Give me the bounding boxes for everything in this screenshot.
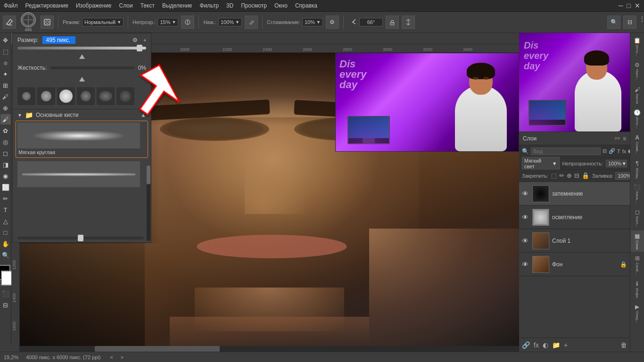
- brush-scrollbar[interactable]: [147, 165, 150, 241]
- tab-layers[interactable]: ▦ Слои: [631, 230, 644, 252]
- tool-dodge[interactable]: ⬜: [0, 182, 11, 192]
- blend-mode-dropdown[interactable]: Мягкий свет ▼: [522, 157, 560, 170]
- hardness-slider[interactable]: [50, 66, 134, 69]
- tool-shape[interactable]: □: [0, 227, 11, 238]
- menu-layers[interactable]: Слои: [119, 2, 133, 9]
- menu-filter[interactable]: Фильтр: [200, 2, 219, 9]
- footer-group-icon[interactable]: 📁: [552, 341, 560, 349]
- tool-magic-wand[interactable]: ✦: [0, 69, 11, 79]
- brush-preset-3[interactable]: [57, 87, 75, 105]
- tool-clone[interactable]: ✿: [0, 125, 11, 136]
- menu-view[interactable]: Просмотр: [241, 2, 267, 9]
- opacity-field[interactable]: 100% ▼: [606, 160, 627, 167]
- layers-fx-icon[interactable]: fx: [622, 148, 627, 154]
- tool-brush[interactable]: 🖌: [0, 114, 11, 124]
- brush-size-slider[interactable]: [17, 47, 146, 49]
- fill-field[interactable]: 100% ▼: [615, 172, 630, 180]
- zoom-level[interactable]: 19,2%: [4, 354, 18, 360]
- smoothing-settings-button[interactable]: ⚙: [326, 16, 339, 29]
- brush-bottom-thumb[interactable]: [78, 235, 83, 241]
- menu-image[interactable]: Изображение: [76, 2, 112, 9]
- angle-value[interactable]: 66°: [359, 18, 383, 26]
- close-button[interactable]: ✕: [635, 2, 640, 9]
- brush-bottom-slider[interactable]: [17, 237, 144, 239]
- tab-properties[interactable]: ⊞ Свой...: [631, 253, 644, 277]
- tab-history2[interactable]: 🕐 Исто...: [631, 107, 644, 131]
- smoothing-dropdown[interactable]: 10% ▼: [302, 18, 323, 26]
- tool-pen[interactable]: ✏: [0, 193, 11, 204]
- tab-adjustments[interactable]: ⚙ Наст...: [631, 59, 644, 83]
- reference-image[interactable]: Diseveryday: [335, 53, 519, 152]
- tool-eraser[interactable]: ◻: [0, 148, 11, 158]
- tab-paths[interactable]: ◻ Конт...: [631, 206, 644, 230]
- tool-eyedropper[interactable]: 🖋: [0, 91, 11, 102]
- layers-menu-icon[interactable]: ≡: [623, 135, 626, 142]
- layer-1-visibility[interactable]: 👁: [522, 190, 529, 197]
- tab-brushes[interactable]: 🖌 Кисти: [631, 84, 644, 106]
- layer-2-visibility[interactable]: 👁: [522, 214, 529, 221]
- brush-options-button[interactable]: [41, 16, 54, 29]
- menu-3d[interactable]: 3D: [226, 2, 233, 9]
- canvas-hscrollbar[interactable]: [20, 346, 519, 352]
- mode-dropdown[interactable]: Нормальный ▼: [82, 18, 124, 26]
- tool-lasso[interactable]: ⌾: [0, 58, 11, 68]
- tab-paragraph[interactable]: ¶ Абзац: [631, 158, 644, 181]
- brush-size-value[interactable]: 495 пикс.: [42, 36, 75, 44]
- brush-preset-2[interactable]: [37, 87, 55, 105]
- tool-select-rect[interactable]: ⬚: [0, 46, 11, 57]
- tool-healing[interactable]: ⊕: [0, 103, 11, 113]
- layer-3-visibility[interactable]: 👁: [522, 237, 529, 245]
- tool-hand[interactable]: ✋: [0, 239, 11, 249]
- menu-text[interactable]: Текст: [140, 2, 155, 9]
- lock-frame-icon[interactable]: ⊟: [574, 172, 579, 179]
- footer-link-icon[interactable]: 🔗: [522, 341, 530, 349]
- footer-fx-icon[interactable]: fx: [534, 341, 539, 349]
- layers-filter-icon[interactable]: ⊟: [603, 148, 607, 154]
- brush-item-2[interactable]: [16, 159, 148, 189]
- tool-gradient[interactable]: ◨: [0, 159, 11, 170]
- layer-item-1[interactable]: 👁 затемнение: [519, 182, 630, 206]
- tab-history[interactable]: 📋 Исто...: [631, 35, 644, 58]
- lock-all-icon[interactable]: 🔒: [582, 172, 589, 179]
- menu-file[interactable]: Файл: [4, 2, 18, 9]
- tool-crop[interactable]: ⊞: [0, 80, 11, 90]
- tool-mask[interactable]: ⬛: [0, 288, 11, 299]
- menu-window[interactable]: Окно: [274, 2, 288, 9]
- status-arrow-r[interactable]: >: [121, 354, 124, 360]
- tool-history-brush[interactable]: ◎: [0, 137, 11, 147]
- layers-link-icon[interactable]: 🔗: [609, 148, 615, 154]
- tool-blur[interactable]: ◉: [0, 171, 11, 181]
- search-button[interactable]: 🔍: [607, 16, 620, 29]
- tool-zoom[interactable]: 🔍: [0, 250, 11, 260]
- tool-move[interactable]: ✥: [0, 35, 11, 45]
- brush-size-thumb[interactable]: [137, 45, 142, 51]
- maximize-button[interactable]: □: [627, 2, 631, 9]
- tool-options-button[interactable]: [3, 16, 16, 29]
- hscrollbar-thumb[interactable]: [95, 346, 220, 352]
- lock-position-icon[interactable]: ✏: [559, 172, 564, 179]
- tab-info[interactable]: ℹ Инфо: [631, 278, 644, 300]
- brush-settings-gear[interactable]: ⚙: [132, 37, 138, 43]
- menu-select[interactable]: Выделение: [162, 2, 192, 9]
- footer-mask-icon[interactable]: ◐: [543, 341, 548, 349]
- brush-list-scroll-up[interactable]: ▲: [140, 112, 146, 118]
- brush-preset-6[interactable]: [116, 87, 134, 105]
- layers-expand-icon[interactable]: >>: [614, 136, 620, 141]
- brush-size-indicator[interactable]: [21, 12, 36, 27]
- layers-text-icon[interactable]: T: [617, 148, 620, 154]
- pressure-dropdown[interactable]: 100% ▼: [218, 18, 242, 26]
- opacity-dropdown[interactable]: 15% ▼: [157, 18, 178, 26]
- section-arrow[interactable]: ▼: [17, 113, 22, 118]
- tab-actions[interactable]: ▶ Опер...: [631, 301, 644, 326]
- layer-item-3[interactable]: 👁 Слой 1: [519, 229, 630, 253]
- panel-resize-handle[interactable]: ⋮⋮: [639, 16, 641, 29]
- brush-scrollbar-thumb[interactable]: [147, 165, 150, 184]
- menu-edit[interactable]: Редактирование: [25, 2, 68, 9]
- pressure-pen-button[interactable]: [245, 16, 258, 29]
- brush-preset-5[interactable]: [97, 87, 115, 105]
- layer-item-4[interactable]: 👁 Фон 🔒: [519, 253, 630, 276]
- brush-preset-1[interactable]: [17, 87, 35, 105]
- brush-item-1[interactable]: Мягкая круглая: [16, 121, 148, 158]
- brush-panel-add-button[interactable]: +: [143, 38, 146, 43]
- tool-screen-mode[interactable]: ⊟: [0, 300, 11, 310]
